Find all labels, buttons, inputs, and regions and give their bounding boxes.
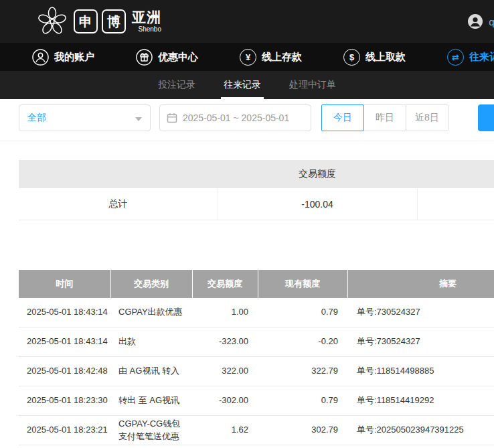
summary-header-empty bbox=[19, 160, 218, 188]
col-header-balance: 现有额度 bbox=[258, 270, 347, 298]
table-cell: CGPAY-CG钱包支付笔笔送优惠 bbox=[110, 416, 192, 445]
table-cell: 322.00 bbox=[192, 357, 258, 386]
main-navigation: 我的账户 优惠中心 ¥ 线上存款 $ 线上 bbox=[0, 43, 494, 71]
tab-processing-orders[interactable]: 处理中订单 bbox=[286, 71, 339, 99]
table-cell: 出款 bbox=[110, 327, 192, 357]
records-glyph: ⇄ bbox=[452, 52, 459, 62]
nav-item-records[interactable]: ⇄ 往来记录 bbox=[447, 49, 494, 66]
table-cell: 2025-05-01 18:23:30 bbox=[19, 386, 110, 416]
last-8-days-button[interactable]: 近8日 bbox=[406, 104, 448, 131]
nav-item-deposit[interactable]: ¥ 线上存款 bbox=[240, 49, 302, 66]
col-header-type: 交易类别 bbox=[110, 270, 192, 298]
today-button[interactable]: 今日 bbox=[321, 104, 364, 131]
table-cell: 302.79 bbox=[258, 416, 347, 445]
table-cell: 单号:118514498885 bbox=[347, 357, 494, 386]
username-text: qhhw bbox=[489, 16, 494, 27]
brand-text: 亚洲 Shenbo bbox=[132, 10, 161, 33]
col-header-amount: 交易额度 bbox=[192, 270, 258, 298]
table-row: 2025-05-01 18:43:14出款-323.00-0.20单号:7305… bbox=[19, 327, 494, 357]
table-cell: 2025-05-01 18:23:21 bbox=[19, 416, 110, 445]
filter-bar: 全部 2025-05-01 ~ 2025-05-01 今日 昨日 近8日 bbox=[0, 99, 494, 141]
calendar-icon bbox=[167, 113, 177, 123]
nav-item-withdraw[interactable]: $ 线上取款 bbox=[343, 49, 406, 66]
chevron-down-icon bbox=[135, 117, 142, 121]
tab-label: 往来记录 bbox=[224, 79, 261, 91]
table-cell: 301.17 bbox=[258, 445, 347, 448]
top-header: 申 博 亚洲 Shenbo qhhw bbox=[0, 0, 494, 43]
flower-logo-icon bbox=[37, 6, 68, 37]
summary-total-row: 总计 -100.04 bbox=[19, 188, 494, 220]
brand-name-cn: 亚洲 bbox=[132, 10, 161, 24]
yesterday-button[interactable]: 昨日 bbox=[363, 104, 406, 131]
tab-betting-records[interactable]: 投注记录 bbox=[155, 71, 198, 99]
table-cell: CGPAY支付 bbox=[110, 445, 192, 448]
table-row: 2025-05-01 18:43:14CGPAY出款优惠1.000.79单号:7… bbox=[19, 298, 494, 327]
withdraw-icon: $ bbox=[343, 49, 360, 66]
summary-empty-cell bbox=[417, 188, 494, 220]
brand-logo[interactable]: 申 博 亚洲 Shenbo bbox=[37, 6, 161, 37]
table-cell: 1.00 bbox=[192, 298, 258, 327]
table-cell: 由 AG视讯 转入 bbox=[110, 357, 192, 386]
table-cell: 2025-05-01 18:43:14 bbox=[19, 298, 110, 327]
table-cell: -323.00 bbox=[192, 327, 258, 357]
tab-label: 处理中订单 bbox=[289, 79, 336, 91]
page: 申 博 亚洲 Shenbo qhhw bbox=[0, 0, 494, 448]
record-tabs: 投注记录 往来记录 处理中订单 bbox=[0, 71, 494, 99]
table-cell: 单号:202505023947391225 bbox=[347, 416, 494, 445]
col-header-time: 时间 bbox=[19, 270, 110, 298]
quick-date-buttons: 今日 昨日 近8日 bbox=[322, 104, 448, 131]
table-cell: 2025-05-01 18:43:14 bbox=[19, 327, 110, 357]
nav-label: 我的账户 bbox=[54, 51, 94, 64]
tab-transaction-records[interactable]: 往来记录 bbox=[221, 71, 264, 99]
table-cell: 270.00 bbox=[192, 445, 258, 448]
table-cell: 2025-05-01 18:42:48 bbox=[19, 357, 110, 386]
summary-header-row: 交易额度 bbox=[19, 160, 494, 188]
table-row: 2025-05-01 18:23:21CGPAY-CG钱包支付笔笔送优惠1.62… bbox=[19, 416, 494, 445]
search-button[interactable] bbox=[478, 104, 494, 131]
summary-header-amount: 交易额度 bbox=[218, 160, 417, 188]
withdraw-glyph: $ bbox=[349, 52, 354, 62]
date-range-value: 2025-05-01 ~ 2025-05-01 bbox=[183, 113, 289, 123]
brand-characters: 申 博 bbox=[74, 9, 126, 33]
table-cell: 单号:730524327 bbox=[347, 327, 494, 357]
account-icon bbox=[32, 49, 49, 66]
col-header-summary: 摘要 bbox=[347, 270, 494, 298]
transactions-table: 时间 交易类别 交易额度 现有额度 摘要 2025-05-01 18:43:14… bbox=[19, 270, 494, 448]
user-account[interactable]: qhhw bbox=[467, 0, 494, 43]
deposit-icon: ¥ bbox=[240, 49, 256, 66]
table-cell: 2025-05-01 18:23:21 bbox=[19, 445, 110, 448]
table-cell: 单号:730524327 bbox=[347, 298, 494, 327]
category-select[interactable]: 全部 bbox=[19, 104, 151, 131]
deposit-glyph: ¥ bbox=[246, 52, 250, 62]
brand-char-1: 申 bbox=[74, 9, 98, 33]
brand-char-2: 博 bbox=[102, 9, 126, 33]
table-cell: 0.79 bbox=[258, 386, 347, 416]
nav-label: 优惠中心 bbox=[158, 51, 198, 64]
summary-header-empty bbox=[417, 160, 494, 188]
nav-label: 线上取款 bbox=[365, 51, 406, 64]
summary-total-value: -100.04 bbox=[218, 188, 417, 220]
brand-name-en: Shenbo bbox=[139, 26, 161, 33]
table-cell: 单号:202505023947391225 bbox=[347, 445, 494, 448]
table-cell: -0.20 bbox=[258, 327, 347, 357]
table-cell: 单号:118514419292 bbox=[347, 386, 494, 416]
transactions-tbody: 2025-05-01 18:43:14CGPAY出款优惠1.000.79单号:7… bbox=[19, 298, 494, 448]
summary-total-label: 总计 bbox=[19, 188, 218, 220]
user-avatar-icon bbox=[467, 13, 483, 29]
nav-item-my-account[interactable]: 我的账户 bbox=[32, 49, 94, 66]
category-selected-value: 全部 bbox=[27, 112, 46, 124]
nav-label: 往来记录 bbox=[469, 51, 494, 64]
transactions-section: 时间 交易类别 交易额度 现有额度 摘要 2025-05-01 18:43:14… bbox=[19, 270, 494, 448]
table-row: 2025-05-01 18:42:48由 AG视讯 转入322.00322.79… bbox=[19, 357, 494, 386]
records-icon: ⇄ bbox=[447, 49, 464, 66]
table-cell: 322.79 bbox=[258, 357, 347, 386]
nav-item-promotions[interactable]: 优惠中心 bbox=[136, 49, 198, 66]
summary-section: 交易额度 总计 -100.04 bbox=[19, 160, 494, 220]
promo-icon bbox=[136, 49, 153, 66]
nav-label: 线上存款 bbox=[262, 51, 302, 64]
table-cell: -302.00 bbox=[192, 386, 258, 416]
table-row: 2025-05-01 18:23:30转出 至 AG视讯-302.000.79单… bbox=[19, 386, 494, 416]
date-range-input[interactable]: 2025-05-01 ~ 2025-05-01 bbox=[159, 104, 311, 131]
table-cell: CGPAY出款优惠 bbox=[110, 298, 192, 327]
table-cell: 转出 至 AG视讯 bbox=[110, 386, 192, 416]
